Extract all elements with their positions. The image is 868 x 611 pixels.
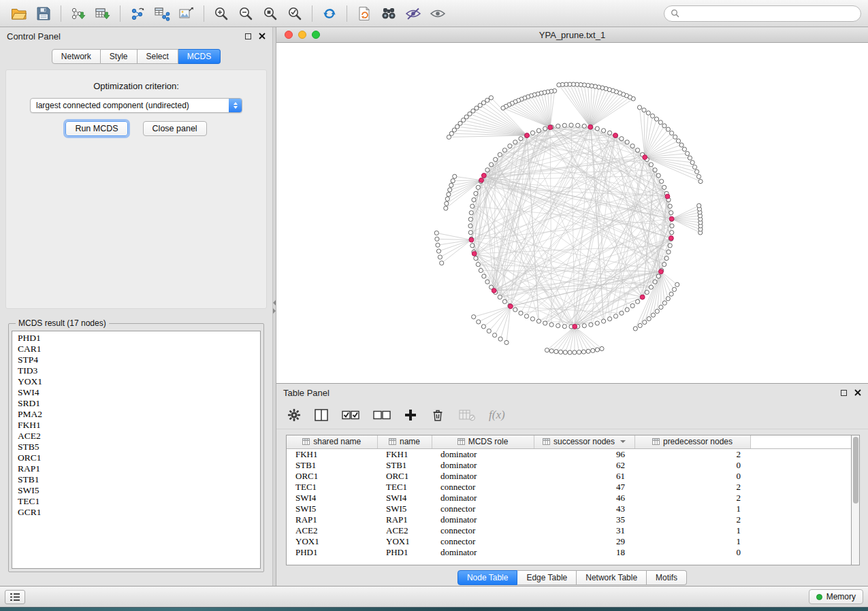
table-cell[interactable]: 2 [634,482,750,493]
table-cell[interactable]: 62 [534,460,634,471]
delete-column-button[interactable] [429,405,447,425]
table-row[interactable]: SWI5SWI5connector431 [287,503,851,514]
table-cell[interactable]: STB1 [377,460,432,471]
zoom-selected-button[interactable] [283,3,307,24]
close-panel-icon[interactable] [259,33,266,39]
column-visibility-button[interactable] [313,405,329,425]
window-zoom-icon[interactable] [312,31,320,39]
show-graphics-details-button[interactable] [425,3,450,24]
table-cell[interactable]: dominator [432,460,534,471]
search-input[interactable] [683,9,854,18]
tab-mcds[interactable]: MCDS [178,49,221,64]
select-all-rows-button[interactable] [340,405,361,425]
table-cell[interactable]: RAP1 [377,514,432,525]
table-cell[interactable]: 1 [634,525,750,536]
table-cell[interactable]: 96 [534,448,634,460]
table-cell[interactable]: dominator [432,471,534,482]
mcds-result-item[interactable]: SWI5 [12,485,260,496]
tab-select[interactable]: Select [138,49,178,64]
add-column-button[interactable] [403,405,418,425]
table-row[interactable]: YOX1YOX1connector291 [287,536,851,547]
optimization-criterion-select[interactable]: largest connected component (undirected) [30,98,242,113]
mcds-result-item[interactable]: SRD1 [12,398,260,409]
column-header-predecessor-nodes[interactable]: predecessor nodes [634,435,750,448]
mcds-result-item[interactable]: RAP1 [12,463,260,474]
table-cell[interactable]: 43 [534,503,634,514]
run-mcds-button[interactable]: Run MCDS [65,121,127,136]
table-cell[interactable]: connector [432,482,534,493]
mcds-result-item[interactable]: PHD1 [12,333,260,344]
table-cell[interactable]: 1 [634,536,750,547]
memory-button[interactable]: Memory [809,589,863,604]
tab-node-table[interactable]: Node Table [457,570,518,585]
table-cell[interactable]: PHD1 [287,547,377,558]
mcds-result-item[interactable]: FKH1 [12,420,260,431]
tab-network-table[interactable]: Network Table [577,570,647,585]
zoom-fit-button[interactable] [258,3,283,24]
network-from-table-button[interactable] [150,3,174,24]
mcds-result-item[interactable]: ORC1 [12,452,260,463]
table-cell[interactable]: dominator [432,547,534,558]
table-cell[interactable]: 0 [634,471,750,482]
network-graph[interactable] [276,43,868,383]
table-cell[interactable]: 47 [534,482,634,493]
table-cell[interactable]: dominator [432,493,534,503]
splitter-collapse-left-icon[interactable] [273,300,276,306]
mcds-result-item[interactable]: STB5 [12,442,260,452]
mcds-result-item[interactable]: YOX1 [12,376,260,387]
float-panel-icon[interactable] [841,390,847,396]
tab-style[interactable]: Style [101,49,138,64]
table-cell[interactable]: FKH1 [377,448,432,460]
table-cell[interactable]: 0 [634,460,750,471]
table-cell[interactable]: dominator [432,448,534,460]
table-cell[interactable]: connector [432,536,534,547]
mcds-result-item[interactable]: STP4 [12,354,260,365]
table-cell[interactable]: YOX1 [377,536,432,547]
table-row[interactable]: ACE2ACE2connector311 [287,525,851,536]
tab-network[interactable]: Network [52,49,101,64]
zoom-in-button[interactable] [209,3,234,24]
search-network-button[interactable] [376,3,401,24]
splitter-collapse-right-icon[interactable] [273,308,276,314]
table-cell[interactable]: 31 [534,525,634,536]
mcds-result-item[interactable]: TEC1 [12,496,260,507]
column-header-mcds-role[interactable]: MCDS role [432,435,534,448]
table-cell[interactable]: 0 [634,547,750,558]
tab-edge-table[interactable]: Edge Table [517,570,577,585]
table-cell[interactable]: ORC1 [287,471,377,482]
column-header-shared-name[interactable]: shared name [287,435,377,448]
table-cell[interactable]: YOX1 [287,536,377,547]
network-canvas[interactable] [276,43,868,383]
table-row[interactable]: PHD1PHD1dominator180 [287,547,851,558]
table-cell[interactable]: SWI5 [377,503,432,514]
table-cell[interactable]: 18 [534,547,634,558]
table-cell[interactable]: PHD1 [377,547,432,558]
import-table-button[interactable] [91,3,115,24]
table-cell[interactable]: TEC1 [377,482,432,493]
table-scrollbar[interactable] [851,435,860,565]
table-row[interactable]: RAP1RAP1dominator352 [287,514,851,525]
tab-motifs[interactable]: Motifs [647,570,687,585]
new-network-button[interactable] [125,3,150,24]
mcds-result-item[interactable]: TID3 [12,365,260,376]
table-cell[interactable]: 29 [534,536,634,547]
table-cell[interactable]: SWI4 [377,493,432,503]
table-row[interactable]: STB1STB1dominator620 [287,460,851,471]
table-cell[interactable]: TEC1 [287,482,377,493]
table-cell[interactable]: 2 [634,448,750,460]
zoom-out-button[interactable] [234,3,258,24]
table-cell[interactable]: ACE2 [377,525,432,536]
column-header-name[interactable]: name [377,435,432,448]
deselect-all-rows-button[interactable] [372,405,392,425]
table-row[interactable]: ORC1ORC1dominator610 [287,471,851,482]
close-panel-icon[interactable] [854,389,861,396]
table-row[interactable]: SWI4SWI4dominator462 [287,493,851,503]
table-cell[interactable]: SWI4 [287,493,377,503]
refresh-button[interactable] [317,3,342,24]
table-cell[interactable]: SWI5 [287,503,377,514]
column-header-successor-nodes[interactable]: successor nodes [534,435,634,448]
import-network-button[interactable] [66,3,91,24]
table-cell[interactable]: FKH1 [287,448,377,460]
mcds-result-item[interactable]: STB1 [12,474,260,485]
show-panels-button[interactable] [5,590,25,604]
